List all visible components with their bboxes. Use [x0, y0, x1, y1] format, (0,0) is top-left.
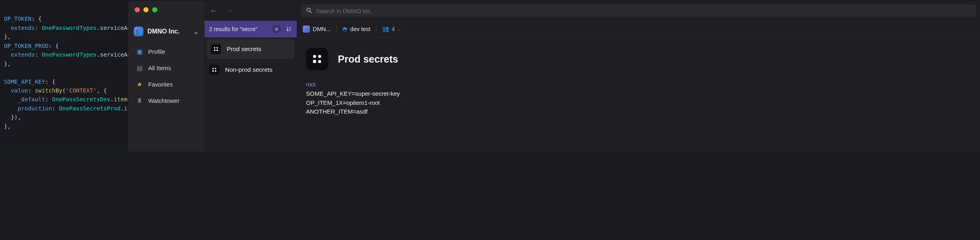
item-list-panel: ← → 2 results for "secre" ✕ Prod secrets…: [204, 1, 297, 151]
breadcrumb-vault[interactable]: ◓ dev test: [342, 26, 370, 32]
section-label: root: [306, 81, 971, 88]
profile-icon: ▣: [135, 48, 143, 55]
sidebar-item-label: Profile: [148, 48, 165, 55]
search-results-header: 2 results for "secre" ✕: [204, 21, 297, 37]
code-key: SOME_API_KEY: [4, 79, 45, 85]
sidebar-item-profile[interactable]: ▣ Profile: [128, 43, 204, 60]
sort-button[interactable]: [284, 25, 293, 33]
svg-point-0: [214, 47, 216, 49]
list-item-name: Prod secrets: [227, 45, 261, 53]
sidebar-item-watchtower[interactable]: ♜ Watchtower: [128, 92, 204, 109]
code-key: OP_TOKEN_PROD: [4, 43, 49, 49]
svg-point-4: [212, 68, 214, 69]
item-detail-body: Prod secrets root SOME_API_KEY=super-sec…: [297, 37, 980, 127]
svg-point-11: [318, 55, 321, 58]
onepassword-window: 👥 DMNO Inc. ⌄ ▣ Profile ▤ All Items ★ Fa…: [128, 1, 980, 151]
sidebar-item-label: All Items: [148, 65, 171, 71]
window-close-button[interactable]: [135, 7, 140, 12]
vault-members[interactable]: 👥 4 ⌄: [382, 26, 401, 32]
sort-icon: [286, 26, 292, 32]
org-avatar-icon: [303, 26, 310, 33]
breadcrumb-org-label: DMN...: [313, 26, 331, 32]
list-item[interactable]: Prod secrets: [207, 39, 294, 59]
svg-point-10: [313, 55, 316, 58]
list-item[interactable]: Non-prod secrets: [204, 60, 297, 80]
breadcrumb: DMN... ◓ dev test 👥 4 ⌄: [297, 21, 980, 37]
svg-point-1: [216, 47, 218, 49]
sidebar-item-label: Watchtower: [148, 97, 180, 104]
svg-point-13: [318, 60, 321, 63]
list-item-name: Non-prod secrets: [225, 66, 272, 73]
svg-rect-12: [313, 60, 316, 63]
search-box[interactable]: [301, 4, 976, 17]
nav-toolbar: ← →: [204, 1, 297, 21]
svg-rect-2: [214, 49, 216, 51]
vault-icon: ◓: [342, 26, 347, 32]
search-icon: [306, 7, 312, 14]
code-key: OP_TOKEN: [4, 16, 31, 22]
svg-rect-6: [212, 70, 214, 72]
sidebar-item-favorites[interactable]: ★ Favorites: [128, 76, 204, 92]
separator: [376, 25, 376, 33]
secret-field-line[interactable]: ANOTHER_ITEM=asdf: [306, 107, 971, 116]
secret-field-line[interactable]: OP_ITEM_1X=opitem1-root: [306, 98, 971, 108]
window-zoom-button[interactable]: [152, 7, 157, 12]
archive-icon: ▤: [135, 64, 143, 72]
results-count-text: 2 results for "secre": [209, 26, 272, 32]
nav-forward-button[interactable]: →: [224, 6, 235, 16]
item-detail-panel: DMN... ◓ dev test 👥 4 ⌄ Prod secrets roo…: [297, 1, 980, 151]
svg-point-8: [307, 8, 310, 11]
code-editor-pane: OP_TOKEN: { extends: OnePasswordTypes.se…: [0, 0, 128, 151]
clear-search-button[interactable]: ✕: [272, 25, 281, 33]
search-input[interactable]: [316, 8, 971, 14]
item-type-icon: [209, 65, 220, 75]
breadcrumb-vault-label: dev test: [350, 26, 370, 32]
item-type-icon: [211, 44, 221, 54]
org-name: DMNO Inc.: [147, 28, 180, 35]
sidebar-item-label: Favorites: [148, 81, 173, 88]
breadcrumb-org[interactable]: DMN...: [303, 26, 331, 33]
chevron-down-icon: ⌄: [193, 28, 198, 35]
sidebar-item-all-items[interactable]: ▤ All Items: [128, 60, 204, 76]
item-title: Prod secrets: [338, 53, 398, 65]
member-count: 4: [392, 26, 395, 32]
tower-icon: ♜: [135, 97, 143, 104]
window-traffic-lights: [128, 7, 204, 12]
window-minimize-button[interactable]: [143, 7, 149, 12]
svg-point-7: [215, 70, 216, 72]
item-type-icon: [306, 48, 328, 70]
svg-point-5: [215, 68, 216, 69]
star-icon: ★: [135, 81, 143, 88]
org-switcher[interactable]: 👥 DMNO Inc. ⌄: [128, 24, 204, 43]
org-avatar-icon: 👥: [134, 27, 143, 36]
people-icon: 👥: [382, 26, 389, 32]
search-toolbar: [297, 1, 980, 21]
sidebar: 👥 DMNO Inc. ⌄ ▣ Profile ▤ All Items ★ Fa…: [128, 1, 204, 151]
nav-back-button[interactable]: ←: [208, 6, 219, 16]
item-title-row: Prod secrets: [306, 48, 971, 70]
svg-line-9: [310, 11, 312, 13]
svg-point-3: [216, 49, 218, 51]
secret-field-line[interactable]: SOME_API_KEY=super-secret-key: [306, 89, 971, 98]
separator: [336, 25, 337, 33]
chevron-down-icon: ⌄: [397, 26, 401, 32]
